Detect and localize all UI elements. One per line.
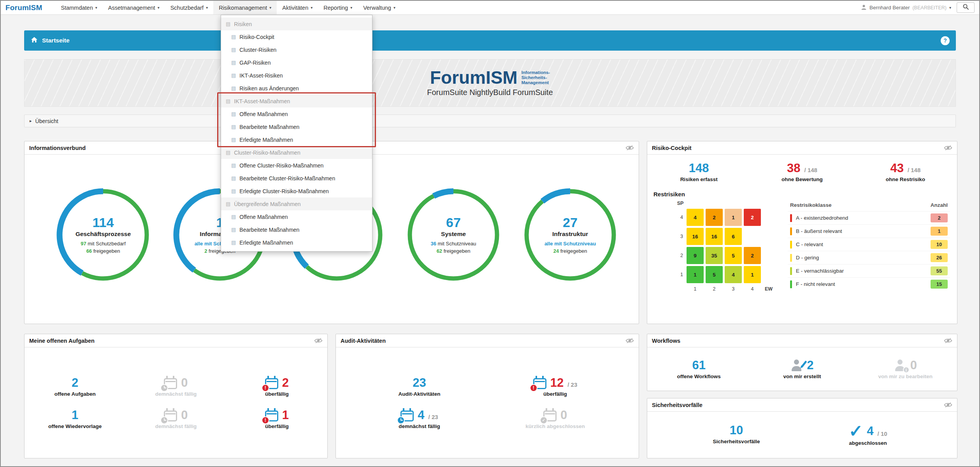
nav-item-aktivitten[interactable]: Aktivitäten▾ <box>277 1 318 14</box>
cal-alert-icon: ! <box>533 377 546 389</box>
eye-slash-icon[interactable] <box>944 338 952 344</box>
donut-subline: 24 freigegeben <box>553 247 587 255</box>
legend-count-badge: 55 <box>931 266 948 275</box>
page-title[interactable]: Startseite <box>42 37 70 44</box>
matrix-cell[interactable]: 16 <box>687 228 704 245</box>
eye-slash-icon[interactable] <box>944 402 952 408</box>
nav-item-verwaltung[interactable]: Verwaltung▾ <box>358 1 401 14</box>
dropdown-item[interactable]: ▤IKT-Asset-Risiken <box>221 69 372 82</box>
nav-item-schutzbedarf[interactable]: Schutzbedarf▾ <box>165 1 213 14</box>
legend-color-bar <box>790 241 792 248</box>
chevron-down-icon: ▾ <box>269 5 271 10</box>
legend-label: C - relevant <box>796 241 823 247</box>
matrix-cell[interactable]: 5 <box>706 266 723 283</box>
nav-item-stammdaten[interactable]: Stammdaten▾ <box>56 1 103 14</box>
dropdown-item[interactable]: ▤Bearbeitete Maßnahmen <box>221 223 372 236</box>
chevron-down-icon: ▾ <box>949 5 951 10</box>
document-icon: ▤ <box>231 162 236 168</box>
matrix-cell[interactable]: 4 <box>687 209 704 226</box>
dropdown-group-header: ▤Risiken <box>221 18 372 30</box>
matrix-cell[interactable]: 5 <box>725 247 742 264</box>
donut-chart[interactable]: 114Geschäftsprozesse97 mit Schutzbedarf6… <box>53 184 154 285</box>
matrix-cell[interactable]: 6 <box>725 228 742 245</box>
dropdown-item-label: Bearbeitete Maßnahmen <box>239 227 299 233</box>
eye-slash-icon[interactable] <box>625 338 634 344</box>
donut-label: Infrastruktur <box>552 231 588 238</box>
dropdown-item[interactable]: ▤GAP-Risiken <box>221 56 372 69</box>
legend-row[interactable]: B - äußerst relevant1 <box>788 224 950 238</box>
matrix-col-label: 3 <box>725 285 742 293</box>
stat-cell: 43/ 148ohne Restrisiko <box>854 162 957 182</box>
dropdown-item[interactable]: ▤Offene Cluster-Risiko-Maßnahmen <box>221 159 372 172</box>
nav-item-reporting[interactable]: Reporting▾ <box>318 1 358 14</box>
stat-cell: ✓4/ 10abgeschlossen <box>802 424 934 446</box>
legend-label: E - vernachlässigbar <box>796 268 844 274</box>
app-window: ForumISM Stammdaten▾Assetmanagement▾Schu… <box>0 0 980 467</box>
help-icon[interactable]: ? <box>941 36 950 45</box>
home-icon[interactable] <box>30 36 38 45</box>
eye-slash-icon[interactable] <box>314 338 323 344</box>
legend-color-bar <box>790 280 792 288</box>
legend-row[interactable]: C - relevant10 <box>788 238 950 251</box>
search-button[interactable] <box>957 2 975 13</box>
stat-cell: 0demnächst fällig <box>125 376 226 397</box>
matrix-cell[interactable]: 1 <box>744 266 761 283</box>
legend-row[interactable]: E - vernachlässigbar55 <box>788 264 950 277</box>
stat-label: ohne Bewertung <box>782 176 823 182</box>
stat-value: 61 <box>692 359 705 372</box>
dropdown-item[interactable]: ▤Cluster-Risiken <box>221 43 372 56</box>
dropdown-item[interactable]: ▤Bearbeitete Cluster-Risiko-Maßnahmen <box>221 172 372 185</box>
stat-value: 0 <box>181 409 188 422</box>
matrix-cell[interactable]: 1 <box>725 209 742 226</box>
user-menu[interactable]: Bernhard Berater (BEARBEITER) ▾ <box>861 4 951 11</box>
dropdown-item-label: GAP-Risiken <box>239 60 270 66</box>
cal-alert-icon: ! <box>265 377 278 389</box>
dropdown-item-label: Risiko-Cockpit <box>239 34 274 40</box>
legend-count-badge: 15 <box>931 280 948 289</box>
cal-alert-icon: ! <box>265 409 278 421</box>
stat-label: kürzlich abgeschlossen <box>525 423 585 429</box>
document-icon: ▤ <box>231 227 236 233</box>
stat-value: 4 <box>867 425 873 438</box>
matrix-cell[interactable]: 9 <box>687 247 704 264</box>
donut-text: 67Systeme36 mit Schutzniveau62 freigegeb… <box>403 184 504 285</box>
donut-chart[interactable]: 67Systeme36 mit Schutzniveau62 freigegeb… <box>403 184 504 285</box>
stat-label: überfällig <box>265 423 289 429</box>
matrix-cell[interactable]: 2 <box>744 247 761 264</box>
navbar-right: Bernhard Berater (BEARBEITER) ▾ <box>861 2 975 13</box>
nav-item-assetmanagement[interactable]: Assetmanagement▾ <box>103 1 165 14</box>
legend-row[interactable]: F - nicht relevant15 <box>788 277 950 291</box>
document-icon: ▤ <box>231 60 236 65</box>
legend-count-badge: 1 <box>931 227 948 236</box>
stat-suffix: / 10 <box>878 430 887 437</box>
app-logo[interactable]: ForumISM <box>5 4 42 12</box>
uebersicht-collapsible[interactable]: ▸ Übersicht <box>24 115 956 127</box>
dropdown-item[interactable]: ▤Erledigte Maßnahmen <box>221 236 372 249</box>
matrix-cell[interactable]: 35 <box>706 247 723 264</box>
chevron-down-icon: ▾ <box>158 5 160 10</box>
eye-slash-icon[interactable] <box>944 145 952 151</box>
page-content: Startseite ? ForumISM Informations- Sich… <box>1 15 979 466</box>
matrix-cell[interactable]: 1 <box>687 266 704 283</box>
stat-cell: i0von mir zu bearbeiten <box>854 359 957 379</box>
eye-slash-icon[interactable] <box>625 145 634 151</box>
dropdown-item[interactable]: ▤Offene Maßnahmen <box>221 210 372 223</box>
donut-chart[interactable]: 27Infrastrukturalle mit Schutzniveau24 f… <box>520 184 621 285</box>
donut-value: 114 <box>93 215 114 229</box>
nav-item-risikomanagement[interactable]: Risikomanagement▾ <box>213 1 277 14</box>
matrix-col-label: 2 <box>706 285 723 293</box>
legend-row[interactable]: D - gering26 <box>788 251 950 264</box>
document-icon: ▤ <box>231 85 236 91</box>
legend-row[interactable]: A - existenzbedrohend2 <box>788 211 950 224</box>
stat-cell: 10Sicherheitsvorfälle <box>671 424 802 446</box>
matrix-cell[interactable]: 2 <box>706 209 723 226</box>
stat-value: 0 <box>181 376 188 389</box>
panel-title: Informationsverbund <box>29 145 86 151</box>
matrix-cell[interactable]: 16 <box>706 228 723 245</box>
dropdown-item[interactable]: ▤Risiko-Cockpit <box>221 30 372 43</box>
workflows-panel: Workflows 61offene Workflows2von mir ers… <box>647 334 957 391</box>
matrix-cell[interactable]: 2 <box>744 209 761 226</box>
dropdown-item[interactable]: ▤Erledigte Cluster-Risiko-Maßnahmen <box>221 185 372 197</box>
stat-value: 148 <box>689 162 709 175</box>
matrix-cell[interactable]: 4 <box>725 266 742 283</box>
